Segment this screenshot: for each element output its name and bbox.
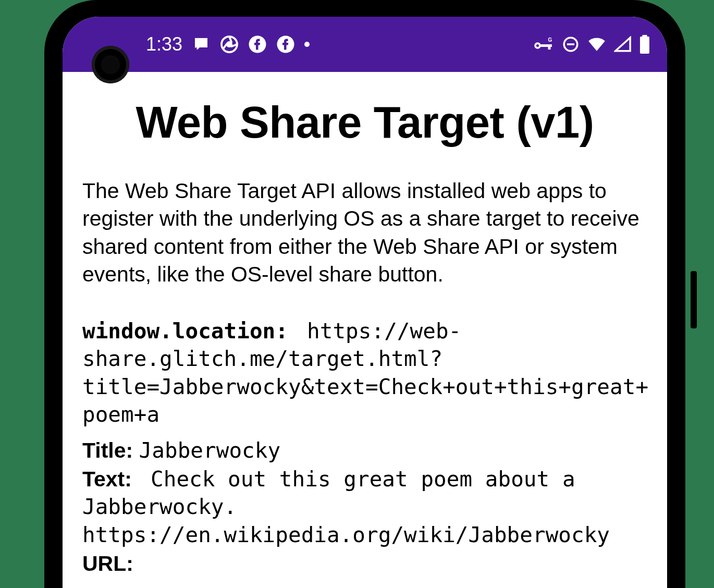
facebook-icon-2 (276, 35, 295, 54)
chrome-icon (220, 35, 239, 54)
share-data-section: window.location: https://web-share.glitc… (82, 317, 647, 578)
text-value: Check out this great poem about a Jabber… (82, 467, 610, 547)
status-time: 1:33 (146, 33, 182, 55)
messages-icon (192, 35, 211, 54)
phone-frame: 1:33 (44, 0, 685, 588)
vpn-key-icon: G (534, 36, 555, 52)
page-title: Web Share Target (v1) (82, 97, 647, 148)
facebook-icon (248, 35, 267, 54)
camera-lens (103, 57, 118, 72)
content-area[interactable]: Web Share Target (v1) The Web Share Targ… (63, 72, 667, 588)
svg-point-6 (536, 44, 539, 47)
title-value: Jabberwocky (139, 438, 281, 463)
cellular-signal-icon (614, 36, 632, 53)
description-text: The Web Share Target API allows installe… (82, 177, 647, 288)
phone-screen: 1:33 (63, 17, 667, 588)
do-not-disturb-icon (562, 35, 580, 53)
url-label: URL: (82, 552, 133, 575)
camera-hole (92, 46, 129, 83)
status-bar: 1:33 (63, 17, 667, 72)
phone-inner: 1:33 (54, 9, 676, 588)
svg-rect-13 (640, 36, 649, 54)
wifi-icon (587, 36, 607, 53)
battery-icon (639, 35, 650, 54)
side-button (691, 271, 697, 328)
title-label: Title: (82, 438, 133, 462)
svg-text:G: G (548, 37, 552, 43)
svg-rect-8 (548, 44, 551, 50)
location-label: window.location: (82, 318, 288, 344)
text-label: Text: (82, 467, 132, 491)
notification-dot-icon (304, 42, 310, 47)
